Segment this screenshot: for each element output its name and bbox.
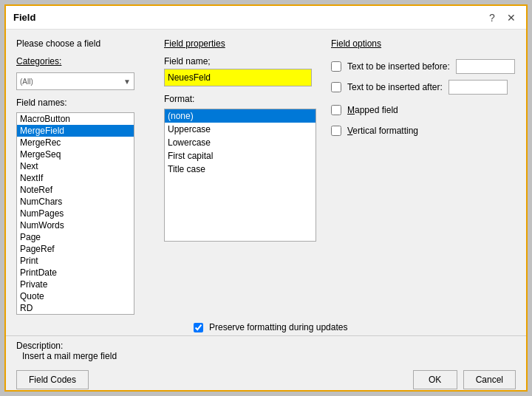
vertical-formatting-checkbox[interactable] bbox=[331, 126, 341, 136]
text-after-row: Text to be inserted after: bbox=[331, 80, 516, 95]
field-name-section: Field name; bbox=[164, 56, 316, 86]
close-button[interactable]: ✕ bbox=[504, 10, 519, 25]
preserve-formatting-label: Preserve formatting during updates bbox=[209, 322, 347, 332]
text-before-row: Text to be inserted before: bbox=[331, 59, 516, 74]
vertical-formatting-label: Vertical formatting bbox=[347, 126, 418, 136]
list-item[interactable]: Uppercase bbox=[165, 123, 316, 136]
text-before-input[interactable] bbox=[456, 59, 515, 74]
list-item[interactable]: Quote bbox=[17, 290, 134, 302]
description-text: Insert a mail merge field bbox=[16, 351, 117, 361]
list-item[interactable]: NextIf bbox=[17, 172, 134, 184]
list-item[interactable]: MergeField bbox=[17, 125, 134, 137]
ok-button[interactable]: OK bbox=[413, 370, 457, 389]
title-bar: Field ? ✕ bbox=[6, 6, 526, 30]
mapped-field-checkbox[interactable] bbox=[331, 105, 341, 115]
field-names-label: Field names: bbox=[16, 98, 155, 108]
preserve-formatting-row: Preserve formatting during updates bbox=[183, 319, 526, 335]
field-dialog: Field ? ✕ Please choose a field Categori… bbox=[4, 4, 528, 392]
title-bar-controls: ? ✕ bbox=[485, 10, 519, 25]
categories-value: (All) bbox=[20, 78, 33, 86]
field-names-list[interactable]: MacroButtonMergeFieldMergeRecMergeSeqNex… bbox=[16, 112, 134, 315]
field-name-label: Field name; bbox=[164, 56, 316, 66]
list-item[interactable]: Print bbox=[17, 255, 134, 267]
help-button[interactable]: ? bbox=[485, 10, 499, 25]
list-item[interactable]: Next bbox=[17, 160, 134, 172]
field-options-heading: Field options bbox=[331, 38, 516, 49]
field-codes-button[interactable]: Field Codes bbox=[16, 370, 89, 389]
categories-dropdown[interactable]: (All) ▼ bbox=[16, 72, 134, 90]
main-content: Please choose a field Categories: (All) … bbox=[6, 30, 526, 319]
list-item[interactable]: Title case bbox=[165, 163, 316, 176]
list-item[interactable]: NumPages bbox=[17, 208, 134, 219]
list-item[interactable]: NumChars bbox=[17, 196, 134, 208]
format-list[interactable]: (none)UppercaseLowercaseFirst capitalTit… bbox=[164, 109, 316, 242]
description-label: Description: bbox=[16, 341, 63, 351]
choose-field-heading: Please choose a field bbox=[16, 38, 155, 49]
text-after-label: Text to be inserted after: bbox=[347, 82, 443, 92]
right-panel: Field options Text to be inserted before… bbox=[325, 38, 516, 315]
left-panel: Please choose a field Categories: (All) … bbox=[16, 38, 155, 315]
description-area: Description: Insert a mail merge field bbox=[6, 335, 526, 366]
cancel-button[interactable]: Cancel bbox=[463, 370, 516, 389]
text-after-input[interactable] bbox=[449, 80, 508, 95]
categories-label: Categories: bbox=[16, 56, 155, 66]
field-name-input[interactable] bbox=[164, 69, 312, 86]
text-before-checkbox[interactable] bbox=[331, 61, 341, 72]
categories-dropdown-icon: ▼ bbox=[123, 78, 131, 86]
vertical-formatting-row: Vertical formatting bbox=[331, 126, 516, 136]
list-item[interactable]: MacroButton bbox=[17, 113, 134, 125]
list-item[interactable]: Page bbox=[17, 231, 134, 243]
mapped-field-label: Mapped field bbox=[347, 105, 398, 115]
text-after-checkbox[interactable] bbox=[331, 82, 341, 92]
preserve-formatting-checkbox[interactable] bbox=[194, 323, 203, 332]
list-item[interactable]: Private bbox=[17, 279, 134, 290]
list-item[interactable]: MergeSeq bbox=[17, 148, 134, 160]
list-item[interactable]: First capital bbox=[165, 149, 316, 163]
format-label: Format: bbox=[164, 94, 316, 104]
dialog-title-text: Field bbox=[13, 12, 35, 23]
list-item[interactable]: RD bbox=[17, 302, 134, 314]
text-before-label: Text to be inserted before: bbox=[347, 61, 450, 72]
field-properties-heading: Field properties bbox=[164, 38, 316, 49]
list-item[interactable]: PrintDate bbox=[17, 267, 134, 279]
list-item[interactable]: MergeRec bbox=[17, 137, 134, 148]
list-item[interactable]: NumWords bbox=[17, 219, 134, 231]
dialog-title: Field bbox=[13, 12, 35, 23]
middle-panel: Field properties Field name; Format: (no… bbox=[155, 38, 325, 315]
field-options-group: Text to be inserted before: Text to be i… bbox=[331, 59, 516, 136]
list-item[interactable]: Lowercase bbox=[165, 136, 316, 149]
list-item[interactable]: NoteRef bbox=[17, 184, 134, 196]
mapped-field-row: Mapped field bbox=[331, 105, 516, 115]
bottom-buttons-row: Field Codes OK Cancel bbox=[6, 366, 526, 394]
list-item[interactable]: PageRef bbox=[17, 243, 134, 255]
list-item[interactable]: (none) bbox=[165, 109, 316, 123]
